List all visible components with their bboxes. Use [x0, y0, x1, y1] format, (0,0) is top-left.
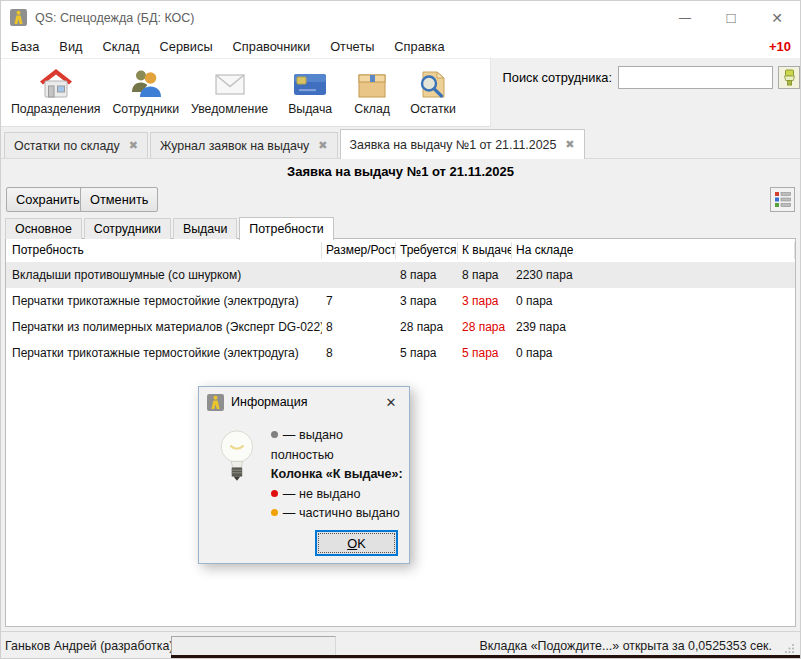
legend-text: Колонка «К выдаче»: — [271, 467, 403, 481]
column-header-size[interactable]: Размер/Рост — [322, 242, 396, 259]
status-progress-field — [171, 636, 336, 656]
status-user: Ганьков Андрей (разработка) — [5, 639, 174, 653]
cell-to-issue: 8 пара — [458, 268, 512, 282]
legend-line-partial: — частично выдано — [271, 504, 409, 524]
lightbulb-icon — [216, 426, 258, 490]
tab-close-icon[interactable]: ✖ — [565, 138, 574, 151]
menu-item-vid[interactable]: Вид — [49, 39, 92, 54]
column-header-need[interactable]: Потребность — [6, 242, 322, 259]
dialog-body: — выдано полностью Колонка «К выдаче»: —… — [199, 417, 409, 524]
tab-label: Заявка на выдачу №1 от 21.11.2025 — [350, 138, 557, 152]
legend-text: — не выдано — [283, 487, 361, 501]
main-tab-bar: Остатки по складу ✖ Журнал заявок на выд… — [1, 127, 800, 159]
info-dialog: Информация ✕ — выдано полностью Колонка … — [198, 386, 410, 564]
table-row[interactable]: Вкладыши противошумные (со шнурком) 8 па… — [6, 262, 795, 288]
employees-button[interactable]: Сотрудники — [106, 65, 185, 118]
house-icon — [38, 67, 74, 101]
cell-need: Перчатки трикотажные термостойкие (элект… — [6, 294, 322, 308]
toolbar-label: Подразделения — [11, 102, 100, 116]
cell-need: Перчатки из полимерных материалов (Экспе… — [6, 320, 322, 334]
tab-label: Остатки по складу — [14, 139, 120, 153]
column-header-to-issue[interactable]: К выдаче — [458, 242, 512, 259]
orange-bullet-icon — [271, 509, 278, 516]
cell-size: 8 — [322, 346, 396, 360]
legend-list-icon — [774, 191, 792, 208]
subtab-label: Основное — [15, 222, 72, 236]
minimize-button[interactable]: — — [662, 1, 708, 34]
red-bullet-icon — [271, 490, 278, 497]
cell-to-issue: 5 пара — [458, 346, 512, 360]
save-button[interactable]: Сохранить — [6, 187, 90, 212]
subtab-employees[interactable]: Сотрудники — [84, 218, 171, 239]
title-bar: QS: Спецодежда (БД: КОС) — □ ✕ — [1, 1, 800, 34]
tab-issue-journal[interactable]: Журнал заявок на выдачу ✖ — [150, 132, 338, 158]
menu-item-spravochniki[interactable]: Справочники — [223, 39, 321, 54]
table-row[interactable]: Перчатки трикотажные термостойкие (элект… — [6, 288, 795, 314]
issue-button[interactable]: Выдача — [282, 65, 338, 118]
window-controls: — □ ✕ — [662, 1, 800, 34]
close-button[interactable]: ✕ — [754, 1, 800, 34]
dialog-close-icon[interactable]: ✕ — [373, 387, 409, 417]
departments-button[interactable]: Подразделения — [5, 65, 106, 118]
table-header: Потребность Размер/Рост Требуется К выда… — [6, 239, 795, 262]
table-row[interactable]: Перчатки из полимерных материалов (Экспе… — [6, 314, 795, 340]
maximize-button[interactable]: □ — [708, 1, 754, 34]
envelope-icon — [212, 67, 248, 101]
dialog-title: Информация — [231, 395, 308, 409]
sub-tab-bar: Основное Сотрудники Выдачи Потребности — [5, 216, 336, 239]
search-label: Поиск сотрудника: — [503, 70, 612, 85]
menu-item-spravka[interactable]: Справка — [384, 39, 454, 54]
menu-item-servisy[interactable]: Сервисы — [150, 39, 223, 54]
cell-need: Вкладыши противошумные (со шнурком) — [6, 268, 322, 282]
cell-size: 8 — [322, 320, 396, 334]
stock-button[interactable]: Остатки — [404, 65, 462, 118]
table-row[interactable]: Перчатки трикотажные термостойкие (элект… — [6, 340, 795, 366]
cancel-button[interactable]: Отменить — [80, 187, 158, 212]
toolbar-label: Сотрудники — [112, 102, 179, 116]
warehouse-button[interactable]: Склад — [348, 65, 396, 118]
app-window: QS: Спецодежда (БД: КОС) — □ ✕ База Вид … — [0, 0, 801, 659]
ok-label-rest: K — [357, 536, 366, 551]
menu-item-baza[interactable]: База — [1, 39, 49, 54]
box-icon — [354, 67, 390, 101]
cell-required: 28 пара — [396, 320, 458, 334]
menu-bar: База Вид Склад Сервисы Справочники Отчет… — [1, 34, 800, 58]
subtab-label: Сотрудники — [94, 222, 161, 236]
legend-text: — выдано полностью — [271, 428, 343, 462]
cell-required: 3 пара — [396, 294, 458, 308]
toolbar-buttons: Подразделения Сотрудники Уведомление — [1, 58, 491, 127]
brush-icon — [782, 69, 797, 86]
gray-bullet-icon — [271, 431, 278, 438]
notification-button[interactable]: Уведомление — [185, 65, 274, 118]
status-message: Вкладка «Подождите...» открыта за 0,0525… — [480, 639, 773, 653]
tab-stock-by-warehouse[interactable]: Остатки по складу ✖ — [4, 132, 148, 158]
tab-close-icon[interactable]: ✖ — [318, 139, 327, 152]
ok-label-accel: O — [347, 536, 357, 551]
dialog-title-bar[interactable]: Информация ✕ — [199, 387, 409, 417]
toolbar-label: Выдача — [288, 102, 332, 116]
menu-item-otchety[interactable]: Отчеты — [320, 39, 384, 54]
column-header-in-stock[interactable]: На складе — [512, 242, 795, 259]
box-search-icon — [415, 67, 451, 101]
ok-button[interactable]: OK — [315, 530, 398, 556]
subtab-needs[interactable]: Потребности — [239, 217, 333, 240]
column-header-required[interactable]: Требуется — [396, 242, 458, 259]
legend-lines: — выдано полностью Колонка «К выдаче»: —… — [271, 426, 409, 524]
card-icon — [292, 67, 328, 101]
legend-button[interactable] — [770, 187, 795, 212]
subtab-issues[interactable]: Выдачи — [173, 218, 237, 239]
toolbar-label: Уведомление — [191, 102, 268, 116]
tab-issue-request[interactable]: Заявка на выдачу №1 от 21.11.2025 ✖ — [340, 129, 585, 159]
menu-item-sklad[interactable]: Склад — [93, 39, 150, 54]
subtab-label: Выдачи — [183, 222, 227, 236]
cell-size: 7 — [322, 294, 396, 308]
tab-label: Журнал заявок на выдачу — [160, 139, 309, 153]
cell-required: 8 пара — [396, 268, 458, 282]
employee-search-input[interactable] — [618, 66, 773, 89]
subtab-main[interactable]: Основное — [5, 218, 82, 239]
tab-close-icon[interactable]: ✖ — [129, 139, 138, 152]
legend-text: — частично выдано — [283, 506, 400, 520]
clear-search-button[interactable] — [778, 66, 800, 89]
app-icon — [10, 9, 27, 26]
resize-grip-icon[interactable] — [784, 643, 795, 654]
